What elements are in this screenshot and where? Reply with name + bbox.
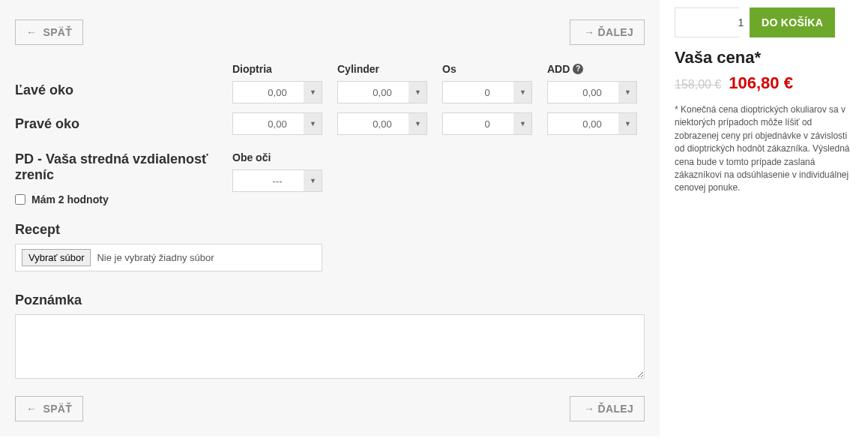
price-panel: ▲ ▼ DO KOŠÍKA Vaša cena* 158,00 € 106,80… [660, 0, 868, 436]
section-recipe-title: Recept [15, 222, 645, 238]
next-button[interactable]: → ĎALEJ [570, 20, 645, 45]
arrow-right-icon: → [584, 403, 594, 415]
left-dioptria-select[interactable]: 0,00 [232, 81, 322, 104]
bottom-nav: ← SPÄŤ → ĎALEJ [15, 396, 645, 422]
top-nav: ← SPÄŤ → ĎALEJ [15, 20, 645, 45]
back-label: SPÄŤ [43, 26, 73, 38]
header-os: Os [442, 63, 532, 75]
right-add-select[interactable]: 0,00 [547, 112, 637, 135]
section-note-title: Poznámka [15, 292, 645, 308]
right-dioptria-select[interactable]: 0,00 [232, 112, 322, 135]
label-left-eye: Ľavé oko [15, 63, 232, 98]
quantity-stepper: ▲ ▼ [675, 8, 739, 38]
price-title: Vaša cena* [675, 48, 853, 68]
label-right-eye: Pravé oko [15, 116, 232, 132]
no-file-text: Nie je vybratý žiadny súbor [97, 252, 214, 263]
left-cylinder-select[interactable]: 0,00 [337, 81, 427, 104]
add-to-cart-button[interactable]: DO KOŠÍKA [750, 8, 835, 38]
right-os-select[interactable]: 0 [442, 112, 532, 135]
label-pd: PD - Vaša stredná vzdialenosť zreníc Mám… [15, 152, 232, 206]
left-add-select[interactable]: 0,00 [547, 81, 637, 104]
choose-file-button[interactable]: Vybrať súbor [22, 249, 91, 266]
header-add: ADD ? [547, 63, 637, 75]
pd-select[interactable]: --- [232, 170, 322, 192]
help-icon[interactable]: ? [573, 64, 583, 74]
old-price: 158,00 € [675, 78, 721, 92]
file-input-box: Vybrať súbor Nie je vybratý žiadny súbor [15, 244, 322, 272]
back-button[interactable]: ← SPÄŤ [15, 20, 83, 45]
arrow-left-icon: ← [26, 403, 37, 415]
header-pd: Obe oči [232, 152, 322, 164]
right-cylinder-select[interactable]: 0,00 [337, 112, 427, 135]
row-right-eye: Pravé oko 0,00 0,00 0 0,00 [15, 112, 645, 135]
left-os-select[interactable]: 0 [442, 81, 532, 104]
arrow-right-icon: → [584, 26, 594, 38]
form-panel: ← SPÄŤ → ĎALEJ Ľavé oko Dioptria 0,00 Cy… [0, 0, 660, 436]
back-button-bottom[interactable]: ← SPÄŤ [15, 396, 83, 422]
two-values-checkbox[interactable] [15, 194, 25, 205]
note-textarea[interactable] [15, 314, 645, 379]
new-price: 106,80 € [729, 74, 793, 93]
next-button-bottom[interactable]: → ĎALEJ [570, 396, 645, 422]
row-left-eye: Ľavé oko Dioptria 0,00 Cylinder 0,00 Os … [15, 63, 645, 104]
price-disclaimer: * Konečná cena dioptrických okuliarov sa… [675, 104, 853, 195]
arrow-left-icon: ← [26, 26, 37, 38]
header-dioptria: Dioptria [232, 63, 322, 75]
row-pd: PD - Vaša stredná vzdialenosť zreníc Mám… [15, 152, 645, 206]
two-values-label[interactable]: Mám 2 hodnoty [31, 194, 109, 206]
header-cylinder: Cylinder [337, 63, 427, 75]
next-label: ĎALEJ [598, 26, 633, 38]
